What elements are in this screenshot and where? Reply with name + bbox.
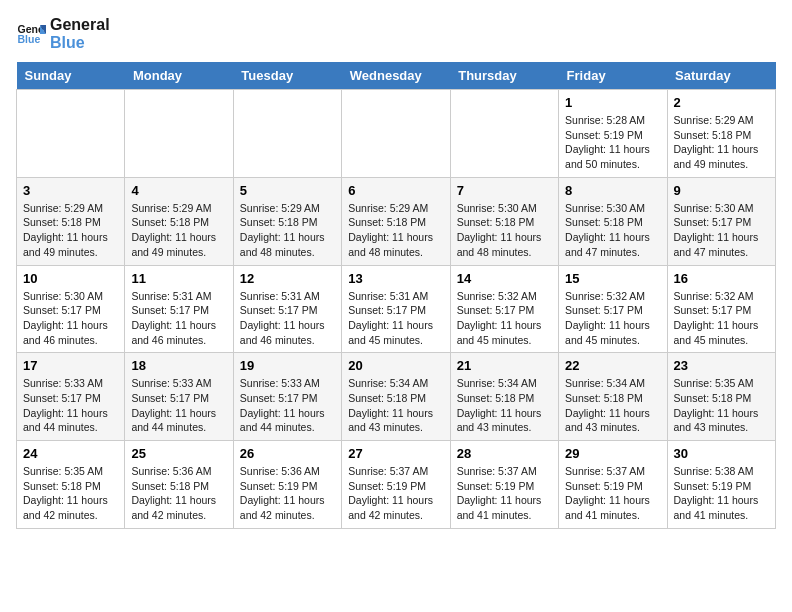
day-number: 16 [674, 271, 769, 286]
day-info: Sunrise: 5:29 AM Sunset: 5:18 PM Dayligh… [348, 201, 443, 260]
calendar-cell [342, 90, 450, 178]
day-number: 13 [348, 271, 443, 286]
day-info: Sunrise: 5:33 AM Sunset: 5:17 PM Dayligh… [240, 376, 335, 435]
logo-blue: Blue [50, 34, 110, 52]
day-info: Sunrise: 5:29 AM Sunset: 5:18 PM Dayligh… [674, 113, 769, 172]
day-number: 10 [23, 271, 118, 286]
calendar-cell: 26Sunrise: 5:36 AM Sunset: 5:19 PM Dayli… [233, 441, 341, 529]
calendar-cell: 27Sunrise: 5:37 AM Sunset: 5:19 PM Dayli… [342, 441, 450, 529]
day-header-saturday: Saturday [667, 62, 775, 90]
day-number: 6 [348, 183, 443, 198]
calendar-cell [17, 90, 125, 178]
calendar-cell: 8Sunrise: 5:30 AM Sunset: 5:18 PM Daylig… [559, 177, 667, 265]
calendar-cell: 5Sunrise: 5:29 AM Sunset: 5:18 PM Daylig… [233, 177, 341, 265]
day-number: 22 [565, 358, 660, 373]
day-info: Sunrise: 5:29 AM Sunset: 5:18 PM Dayligh… [23, 201, 118, 260]
calendar-cell: 7Sunrise: 5:30 AM Sunset: 5:18 PM Daylig… [450, 177, 558, 265]
day-number: 28 [457, 446, 552, 461]
day-info: Sunrise: 5:32 AM Sunset: 5:17 PM Dayligh… [565, 289, 660, 348]
day-info: Sunrise: 5:37 AM Sunset: 5:19 PM Dayligh… [457, 464, 552, 523]
day-header-wednesday: Wednesday [342, 62, 450, 90]
day-number: 11 [131, 271, 226, 286]
day-info: Sunrise: 5:34 AM Sunset: 5:18 PM Dayligh… [457, 376, 552, 435]
day-number: 7 [457, 183, 552, 198]
logo: General Blue General Blue [16, 16, 110, 52]
day-header-friday: Friday [559, 62, 667, 90]
day-info: Sunrise: 5:30 AM Sunset: 5:17 PM Dayligh… [674, 201, 769, 260]
day-info: Sunrise: 5:34 AM Sunset: 5:18 PM Dayligh… [565, 376, 660, 435]
day-info: Sunrise: 5:31 AM Sunset: 5:17 PM Dayligh… [240, 289, 335, 348]
calendar-cell [125, 90, 233, 178]
day-info: Sunrise: 5:33 AM Sunset: 5:17 PM Dayligh… [23, 376, 118, 435]
day-number: 9 [674, 183, 769, 198]
week-row-1: 3Sunrise: 5:29 AM Sunset: 5:18 PM Daylig… [17, 177, 776, 265]
day-number: 12 [240, 271, 335, 286]
day-number: 24 [23, 446, 118, 461]
calendar-cell: 15Sunrise: 5:32 AM Sunset: 5:17 PM Dayli… [559, 265, 667, 353]
calendar-cell: 9Sunrise: 5:30 AM Sunset: 5:17 PM Daylig… [667, 177, 775, 265]
day-info: Sunrise: 5:30 AM Sunset: 5:18 PM Dayligh… [457, 201, 552, 260]
day-number: 23 [674, 358, 769, 373]
week-row-3: 17Sunrise: 5:33 AM Sunset: 5:17 PM Dayli… [17, 353, 776, 441]
calendar-cell: 28Sunrise: 5:37 AM Sunset: 5:19 PM Dayli… [450, 441, 558, 529]
day-info: Sunrise: 5:36 AM Sunset: 5:19 PM Dayligh… [240, 464, 335, 523]
calendar-cell: 3Sunrise: 5:29 AM Sunset: 5:18 PM Daylig… [17, 177, 125, 265]
day-info: Sunrise: 5:30 AM Sunset: 5:17 PM Dayligh… [23, 289, 118, 348]
calendar-cell: 29Sunrise: 5:37 AM Sunset: 5:19 PM Dayli… [559, 441, 667, 529]
calendar-cell: 30Sunrise: 5:38 AM Sunset: 5:19 PM Dayli… [667, 441, 775, 529]
day-number: 27 [348, 446, 443, 461]
day-info: Sunrise: 5:31 AM Sunset: 5:17 PM Dayligh… [131, 289, 226, 348]
day-number: 1 [565, 95, 660, 110]
day-info: Sunrise: 5:28 AM Sunset: 5:19 PM Dayligh… [565, 113, 660, 172]
calendar-cell: 11Sunrise: 5:31 AM Sunset: 5:17 PM Dayli… [125, 265, 233, 353]
day-number: 2 [674, 95, 769, 110]
day-number: 3 [23, 183, 118, 198]
day-number: 25 [131, 446, 226, 461]
day-number: 20 [348, 358, 443, 373]
day-info: Sunrise: 5:33 AM Sunset: 5:17 PM Dayligh… [131, 376, 226, 435]
day-number: 4 [131, 183, 226, 198]
calendar-cell: 20Sunrise: 5:34 AM Sunset: 5:18 PM Dayli… [342, 353, 450, 441]
calendar-cell: 4Sunrise: 5:29 AM Sunset: 5:18 PM Daylig… [125, 177, 233, 265]
logo-general: General [50, 16, 110, 34]
calendar-cell: 6Sunrise: 5:29 AM Sunset: 5:18 PM Daylig… [342, 177, 450, 265]
calendar-cell: 1Sunrise: 5:28 AM Sunset: 5:19 PM Daylig… [559, 90, 667, 178]
calendar-cell: 17Sunrise: 5:33 AM Sunset: 5:17 PM Dayli… [17, 353, 125, 441]
day-number: 29 [565, 446, 660, 461]
logo-icon: General Blue [16, 19, 46, 49]
day-number: 30 [674, 446, 769, 461]
day-info: Sunrise: 5:32 AM Sunset: 5:17 PM Dayligh… [457, 289, 552, 348]
day-info: Sunrise: 5:30 AM Sunset: 5:18 PM Dayligh… [565, 201, 660, 260]
calendar-cell: 14Sunrise: 5:32 AM Sunset: 5:17 PM Dayli… [450, 265, 558, 353]
week-row-2: 10Sunrise: 5:30 AM Sunset: 5:17 PM Dayli… [17, 265, 776, 353]
day-info: Sunrise: 5:36 AM Sunset: 5:18 PM Dayligh… [131, 464, 226, 523]
day-info: Sunrise: 5:29 AM Sunset: 5:18 PM Dayligh… [240, 201, 335, 260]
calendar-cell: 13Sunrise: 5:31 AM Sunset: 5:17 PM Dayli… [342, 265, 450, 353]
day-header-monday: Monday [125, 62, 233, 90]
week-row-4: 24Sunrise: 5:35 AM Sunset: 5:18 PM Dayli… [17, 441, 776, 529]
calendar-cell [233, 90, 341, 178]
day-number: 5 [240, 183, 335, 198]
calendar-cell: 23Sunrise: 5:35 AM Sunset: 5:18 PM Dayli… [667, 353, 775, 441]
day-header-sunday: Sunday [17, 62, 125, 90]
calendar-cell: 24Sunrise: 5:35 AM Sunset: 5:18 PM Dayli… [17, 441, 125, 529]
day-info: Sunrise: 5:35 AM Sunset: 5:18 PM Dayligh… [674, 376, 769, 435]
days-header-row: SundayMondayTuesdayWednesdayThursdayFrid… [17, 62, 776, 90]
calendar-cell: 2Sunrise: 5:29 AM Sunset: 5:18 PM Daylig… [667, 90, 775, 178]
calendar-cell: 21Sunrise: 5:34 AM Sunset: 5:18 PM Dayli… [450, 353, 558, 441]
day-number: 15 [565, 271, 660, 286]
header: General Blue General Blue [16, 16, 776, 52]
day-number: 19 [240, 358, 335, 373]
calendar-cell: 12Sunrise: 5:31 AM Sunset: 5:17 PM Dayli… [233, 265, 341, 353]
day-number: 17 [23, 358, 118, 373]
day-number: 26 [240, 446, 335, 461]
calendar-cell: 18Sunrise: 5:33 AM Sunset: 5:17 PM Dayli… [125, 353, 233, 441]
week-row-0: 1Sunrise: 5:28 AM Sunset: 5:19 PM Daylig… [17, 90, 776, 178]
day-number: 14 [457, 271, 552, 286]
svg-text:Blue: Blue [18, 33, 41, 45]
day-info: Sunrise: 5:37 AM Sunset: 5:19 PM Dayligh… [348, 464, 443, 523]
calendar-cell: 16Sunrise: 5:32 AM Sunset: 5:17 PM Dayli… [667, 265, 775, 353]
day-info: Sunrise: 5:32 AM Sunset: 5:17 PM Dayligh… [674, 289, 769, 348]
calendar-cell [450, 90, 558, 178]
day-number: 18 [131, 358, 226, 373]
